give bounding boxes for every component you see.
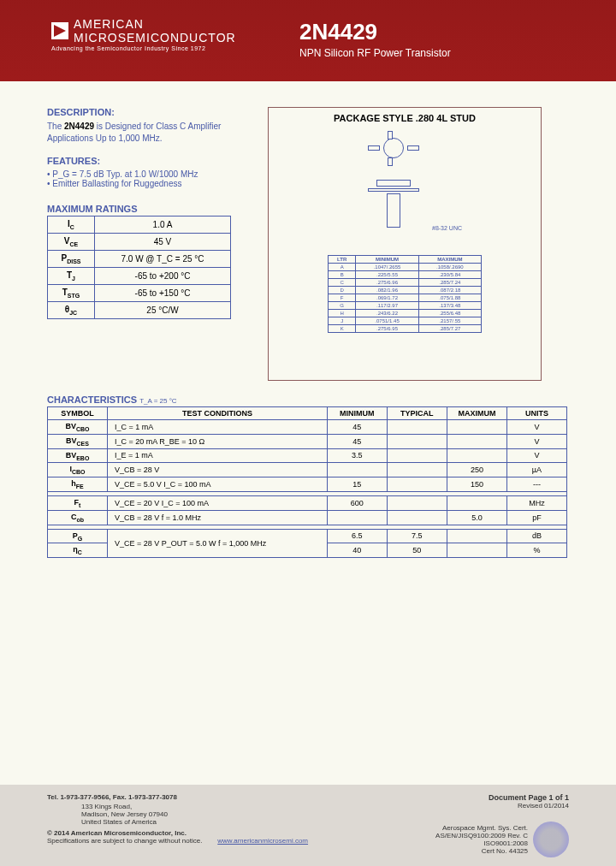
page-body: DESCRIPTION: The 2N4429 is Designed for … [0, 81, 616, 558]
package-title: PACKAGE STYLE .280 4L STUD [274, 113, 536, 123]
rating-symbol: VCE [48, 234, 95, 251]
table-row: BVCBOI_C = 1 mA45V [48, 420, 567, 435]
table-row: TJ-65 to +200 °C [48, 268, 231, 285]
package-dims-table: LTRMINIMUMMAXIMUM A.1047/.2655.1058/.269… [328, 255, 482, 333]
table-row: BVCESI_C = 20 mA R_BE = 10 Ω45V [48, 434, 567, 448]
table-row: TSTG-65 to +150 °C [48, 285, 231, 302]
title-block: 2N4429 NPN Silicon RF Power Transistor [299, 19, 451, 59]
cert-line: Cert No. 44325 [435, 847, 528, 855]
certification-seal-icon [533, 822, 569, 857]
table-row: IC1.0 A [48, 216, 231, 234]
cert-line: Aerospace Mgmt. Sys. Cert. [435, 824, 528, 832]
rating-value: 1.0 A [95, 216, 231, 234]
ratings-heading: MAXIMUM RATINGS [47, 204, 252, 214]
table-row: ICBOV_CB = 28 V250µA [48, 463, 567, 477]
doc-revised: Revised 01/2014 [398, 802, 569, 810]
rating-symbol: TSTG [48, 285, 95, 302]
footer-tel: Tel. 1-973-377-9566, Fax. 1-973-377-3078 [47, 793, 329, 801]
footer-addr2: Madison, New Jersey 07940 [81, 810, 329, 818]
rating-value: 25 °C/W [95, 302, 231, 319]
footer-addr1: 133 Kings Road, [81, 803, 329, 810]
features-list: P_G = 7.5 dB Typ. at 1.0 W/1000 MHz Emit… [47, 169, 252, 188]
part-number: 2N4429 [299, 19, 451, 45]
table-row: PGV_CE = 28 V P_OUT = 5.0 W f = 1,000 MH… [48, 529, 567, 543]
footer-disclaimer: Specifications are subject to change wit… [47, 837, 202, 845]
characteristics-heading: CHARACTERISTICS T_A = 25 °C [47, 394, 569, 405]
rating-symbol: IC [48, 216, 95, 234]
footer-addr3: United States of America [81, 818, 329, 826]
rating-value: -65 to +200 °C [95, 268, 231, 285]
rating-value: -65 to +150 °C [95, 285, 231, 302]
rating-value: 45 V [95, 234, 231, 251]
header-banner: AMERICAN MICROSEMICONDUCTOR Advancing th… [0, 0, 616, 81]
rating-symbol: PDISS [48, 251, 95, 268]
cert-line: ISO9001:2008 [435, 839, 528, 847]
thread-label: #8-32 UNC [432, 225, 462, 231]
description-text: The 2N4429 is Designed for Class C Ampli… [47, 121, 252, 144]
footer-url[interactable]: www.americanmicrosemi.com [217, 837, 308, 845]
table-row: CobV_CB = 28 V f = 1.0 MHz5.0pF [48, 510, 567, 525]
package-box: PACKAGE STYLE .280 4L STUD #8-32 UNC LTR… [268, 107, 542, 381]
company-logo-block: AMERICAN MICROSEMICONDUCTOR Advancing th… [51, 17, 236, 51]
feature-item: P_G = 7.5 dB Typ. at 1.0 W/1000 MHz [47, 169, 252, 179]
table-row: BVEBOI_E = 1 mA3.5V [48, 448, 567, 463]
rating-value: 7.0 W @ T_C = 25 °C [95, 251, 231, 268]
features-heading: FEATURES: [47, 156, 252, 166]
part-subtitle: NPN Silicon RF Power Transistor [299, 47, 451, 59]
rating-symbol: θJC [48, 302, 95, 319]
company-name-1: AMERICAN [74, 17, 236, 31]
table-row: hFEV_CE = 5.0 V I_C = 100 mA15150--- [48, 477, 567, 492]
footer-copyright: © 2014 American Microsemiconductor, Inc. [47, 829, 187, 837]
footer: Tel. 1-973-377-9566, Fax. 1-973-377-3078… [0, 785, 616, 866]
characteristics-table: SYMBOL TEST CONDITIONS MINIMUM TYPICAL M… [47, 406, 567, 558]
doc-page: Document Page 1 of 1 [398, 793, 569, 802]
logo-icon [51, 22, 68, 39]
company-name-2: MICROSEMICONDUCTOR [74, 31, 236, 44]
ratings-table: IC1.0 A VCE45 V PDISS7.0 W @ T_C = 25 °C… [47, 216, 231, 319]
feature-item: Emitter Ballasting for Ruggedness [47, 179, 252, 188]
description-heading: DESCRIPTION: [47, 107, 252, 117]
table-row: PDISS7.0 W @ T_C = 25 °C [48, 251, 231, 268]
cert-line: AS/EN/JISQ9100:2009 Rev. C [435, 832, 528, 839]
table-row: θJC25 °C/W [48, 302, 231, 319]
table-row: FtV_CE = 20 V I_C = 100 mA600MHz [48, 495, 567, 510]
company-tagline: Advancing the Semiconductor Industry Sin… [51, 45, 236, 51]
table-row: VCE45 V [48, 234, 231, 251]
rating-symbol: TJ [48, 268, 95, 285]
package-drawing: #8-32 UNC [274, 127, 536, 255]
